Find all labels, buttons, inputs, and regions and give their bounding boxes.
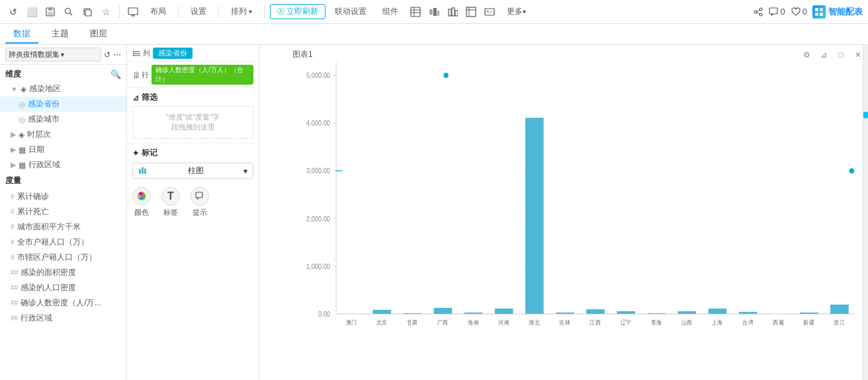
svg-rect-17	[449, 9, 451, 16]
svg-rect-2	[48, 12, 53, 15]
dimension-group-region[interactable]: ▶ ▦ 行政区域	[0, 157, 126, 172]
dimension-group-time[interactable]: ▶ ◈ 时层次	[0, 127, 126, 142]
divider-4	[264, 5, 265, 19]
share-icon[interactable]	[753, 7, 763, 17]
layout-button[interactable]: 布局	[144, 5, 173, 19]
cross-tab-icon[interactable]	[463, 4, 479, 20]
datasource-arrow: ▾	[61, 51, 64, 58]
bar-chart-icon[interactable]	[445, 4, 460, 20]
scrollbar-thumb[interactable]	[863, 112, 868, 118]
measure-label-3: 全市户籍人口（万）	[17, 237, 89, 248]
svg-text:1,000.00: 1,000.00	[306, 262, 330, 270]
svg-rect-51	[196, 192, 202, 198]
measure-item-1[interactable]: # 累计死亡	[0, 204, 126, 219]
marks-color[interactable]: 颜色	[132, 187, 151, 217]
measure-item-5[interactable]: ## 感染的面积密度	[0, 265, 126, 280]
refresh-button[interactable]: Ⓐ 立即刷新	[270, 4, 326, 19]
marks-tooltip[interactable]: 提示	[191, 187, 209, 217]
tooltip-label: 提示	[193, 208, 207, 217]
measure-item-8[interactable]: ## 行政区域	[0, 311, 126, 326]
measure-item-6[interactable]: ## 感染的人口密度	[0, 280, 126, 295]
globe-icon-city: ◎	[19, 115, 25, 124]
left-sidebar: 肺炎疫情数据集 ▾ ↺ ⋯ 维度 🔍 ▼ ◈ 感染地区 ◎ 感染省份 ◎ 感染城…	[0, 45, 127, 380]
tab-layer[interactable]: 图层	[82, 25, 115, 44]
brand-label: 智能配表	[828, 6, 863, 18]
measure-item-3[interactable]: # 全市户籍人口（万）	[0, 235, 126, 250]
chart-settings-icon[interactable]: ⚙	[799, 48, 814, 62]
dimension-group-infection-area[interactable]: ▼ ◈ 感染地区	[0, 81, 126, 96]
search-icon[interactable]	[61, 4, 77, 20]
col-pill[interactable]: 感染省份	[153, 48, 193, 59]
svg-rect-20	[466, 7, 476, 17]
svg-rect-32	[820, 8, 823, 11]
marks-label-item[interactable]: T 标签	[161, 187, 180, 217]
search-dimensions-icon[interactable]: 🔍	[110, 69, 121, 79]
right-reference-dot	[849, 168, 854, 173]
datasource-more-icon[interactable]: ⋯	[113, 50, 121, 59]
duplicate-icon[interactable]	[79, 4, 95, 20]
marks-type-select[interactable]: 柱图 ▾	[132, 163, 253, 179]
datasource-label: 肺炎疫情数据集	[9, 50, 60, 59]
save-icon[interactable]	[42, 4, 58, 20]
bar-3	[434, 308, 453, 314]
divider-2	[178, 5, 179, 19]
link-settings-button[interactable]: 联动设置	[328, 5, 373, 19]
right-scrollbar[interactable]	[863, 45, 868, 380]
bar-11	[678, 311, 697, 314]
star-icon[interactable]: ☆	[98, 4, 114, 20]
city-label: 感染城市	[28, 114, 60, 125]
svg-text:上海: 上海	[712, 319, 723, 326]
svg-text:2,000.00: 2,000.00	[306, 215, 330, 222]
new-icon[interactable]: ⬜	[24, 4, 40, 20]
image-icon[interactable]	[482, 4, 498, 20]
tab-data[interactable]: 数据	[5, 25, 38, 44]
like-icon[interactable]: 0	[791, 7, 807, 17]
filter-drop-zone[interactable]: "维度"或"度量"字 段拖拽到这里	[132, 106, 253, 139]
heatmap-icon[interactable]	[426, 4, 442, 20]
tab-theme[interactable]: 主题	[44, 25, 77, 44]
bar-2	[404, 313, 422, 314]
infection-area-label: 感染地区	[29, 83, 61, 95]
svg-point-3	[65, 8, 71, 13]
datasource-select[interactable]: 肺炎疫情数据集 ▾	[5, 48, 101, 61]
more-button[interactable]: 更多▾	[500, 5, 533, 19]
svg-rect-30	[769, 8, 777, 14]
tooltip-icon	[191, 187, 209, 206]
monitor-icon[interactable]	[125, 4, 141, 20]
bar-8	[586, 309, 605, 314]
brand-logo: 智能配表	[812, 5, 863, 19]
sort-button[interactable]: 排列 ▾	[224, 5, 259, 19]
measure-item-4[interactable]: # 市辖区户籍人口（万）	[0, 250, 126, 265]
svg-text:甘肃: 甘肃	[407, 319, 418, 326]
svg-rect-1	[48, 8, 52, 11]
row-pill[interactable]: 确诊人数密度（人/万人）（合计）	[152, 65, 253, 85]
measure-item-7[interactable]: ## 确诊人数密度（人/万...	[0, 295, 126, 311]
divider-3	[218, 5, 219, 19]
date-arrow-icon: ▶	[11, 145, 16, 154]
settings-button[interactable]: 设置	[184, 5, 213, 19]
chart-close-icon[interactable]: ✕	[851, 48, 865, 62]
svg-text:3,000.00: 3,000.00	[306, 167, 330, 174]
svg-point-46	[138, 77, 139, 78]
svg-text:西藏: 西藏	[773, 319, 784, 326]
component-button[interactable]: 组件	[376, 5, 405, 19]
back-icon[interactable]: ↺	[5, 4, 21, 20]
svg-rect-16	[437, 11, 439, 16]
chart-resize-icon[interactable]: □	[834, 48, 848, 62]
svg-text:台湾: 台湾	[742, 319, 754, 326]
col-icon: 列	[132, 48, 150, 58]
dimension-item-city[interactable]: ◎ 感染城市	[0, 112, 126, 127]
refresh-datasource-icon[interactable]: ↺	[104, 50, 110, 59]
table-icon[interactable]	[408, 4, 423, 20]
svg-text:浙江: 浙江	[834, 319, 845, 326]
measure-item-0[interactable]: # 累计确诊	[0, 189, 126, 204]
svg-text:4,000.00: 4,000.00	[306, 120, 330, 127]
time-layer-icon: ◈	[19, 130, 24, 139]
measure-item-2[interactable]: # 城市面积平方千米	[0, 219, 126, 235]
dimensions-label: 维度	[5, 69, 21, 80]
dimension-item-province[interactable]: ◎ 感染省份	[0, 96, 126, 112]
chart-filter-icon[interactable]: ⊿	[816, 48, 831, 62]
dimension-group-date[interactable]: ▶ ▦ 日期	[0, 142, 126, 157]
marks-icons: 颜色 T 标签 提示	[132, 184, 253, 220]
comment-icon[interactable]: 0	[769, 7, 785, 17]
